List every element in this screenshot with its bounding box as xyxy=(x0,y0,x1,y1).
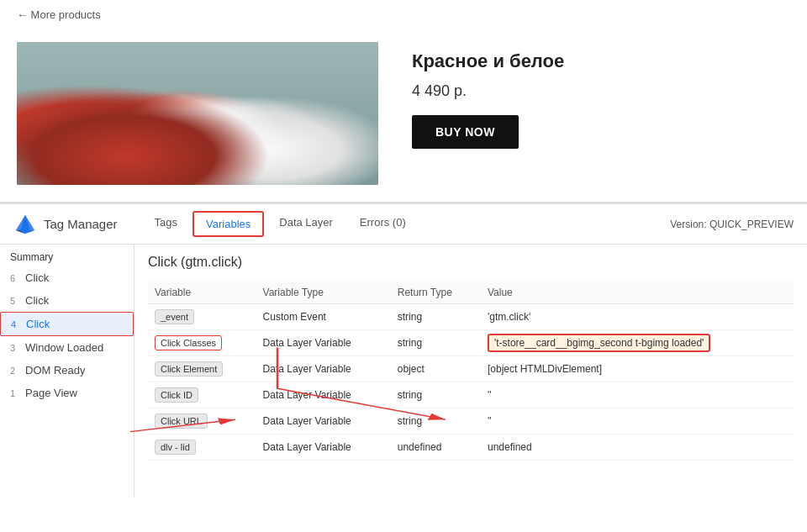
sidebar-item-1[interactable]: 1 Page View xyxy=(0,382,134,404)
flower-decoration xyxy=(17,42,378,185)
summary-label: Summary xyxy=(0,245,134,266)
table-row: Click Classes Data Layer Variable string… xyxy=(148,330,794,356)
nav-variables[interactable]: Variables xyxy=(193,211,264,237)
col-variable: Variable xyxy=(148,282,256,304)
var-badge-click-element: Click Element xyxy=(155,361,223,377)
product-info: Красное и белое 4 490 р. BUY NOW xyxy=(412,42,790,149)
main-title: Click (gtm.click) xyxy=(148,255,794,270)
gtm-sidebar: Summary 6 Click 5 Click 4 Click 3 Window… xyxy=(0,245,134,497)
table-row: Click ID Data Layer Variable string '' xyxy=(148,382,794,408)
nav-tags[interactable]: Tags xyxy=(143,211,189,237)
col-variable-type: Variable Type xyxy=(256,282,391,304)
nav-data-layer[interactable]: Data Layer xyxy=(267,211,345,237)
sidebar-item-5[interactable]: 5 Click xyxy=(0,289,134,312)
var-badge-click-id: Click ID xyxy=(155,387,198,403)
var-badge-click-classes: Click Classes xyxy=(155,335,222,350)
buy-now-button[interactable]: BUY NOW xyxy=(412,115,519,149)
nav-errors[interactable]: Errors (0) xyxy=(348,211,418,237)
gtm-version: Version: QUICK_PREVIEW xyxy=(670,219,794,230)
back-link[interactable]: ← More products xyxy=(17,8,101,21)
sidebar-item-3[interactable]: 3 Window Loaded xyxy=(0,336,134,359)
gtm-header: Tag Manager Tags Variables Data Layer Er… xyxy=(0,204,807,245)
var-badge: _event xyxy=(155,309,194,324)
gtm-nav: Tags Variables Data Layer Errors (0) xyxy=(143,211,654,237)
gtm-content: Summary 6 Click 5 Click 4 Click 3 Window… xyxy=(0,245,807,497)
table-row: dlv - lid Data Layer Variable undefined … xyxy=(148,435,794,461)
variables-table: Variable Variable Type Return Type Value… xyxy=(148,282,794,461)
col-value: Value xyxy=(481,282,794,304)
var-badge-click-url: Click URL xyxy=(155,413,208,429)
gtm-logo: Tag Manager xyxy=(13,213,118,236)
sidebar-item-6[interactable]: 6 Click xyxy=(0,266,134,289)
gtm-logo-text: Tag Manager xyxy=(44,217,118,231)
sidebar-item-4[interactable]: 4 Click xyxy=(0,312,134,336)
col-return-type: Return Type xyxy=(391,282,481,304)
gtm-logo-icon xyxy=(13,213,37,236)
product-title: Красное и белое xyxy=(412,50,790,72)
table-row: _event Custom Event string 'gtm.click' xyxy=(148,304,794,330)
website-area: ← More products Красное и белое 4 490 р.… xyxy=(0,0,807,203)
table-row: Click Element Data Layer Variable object… xyxy=(148,356,794,382)
gtm-panel-wrapper: Tag Manager Tags Variables Data Layer Er… xyxy=(0,203,807,497)
var-badge-dlv-lid: dlv - lid xyxy=(155,440,196,455)
gtm-panel: Tag Manager Tags Variables Data Layer Er… xyxy=(0,203,807,497)
product-image xyxy=(17,42,378,185)
product-price: 4 490 р. xyxy=(412,82,790,100)
product-section: Красное и белое 4 490 р. BUY NOW xyxy=(17,34,790,193)
table-row: Click URL Data Layer Variable string '' xyxy=(148,408,794,435)
sidebar-item-2[interactable]: 2 DOM Ready xyxy=(0,359,134,382)
gtm-main: Click (gtm.click) Variable Variable Type… xyxy=(134,245,807,497)
value-click-classes: 't-store__card__bgimg_second t-bgimg loa… xyxy=(488,334,710,352)
